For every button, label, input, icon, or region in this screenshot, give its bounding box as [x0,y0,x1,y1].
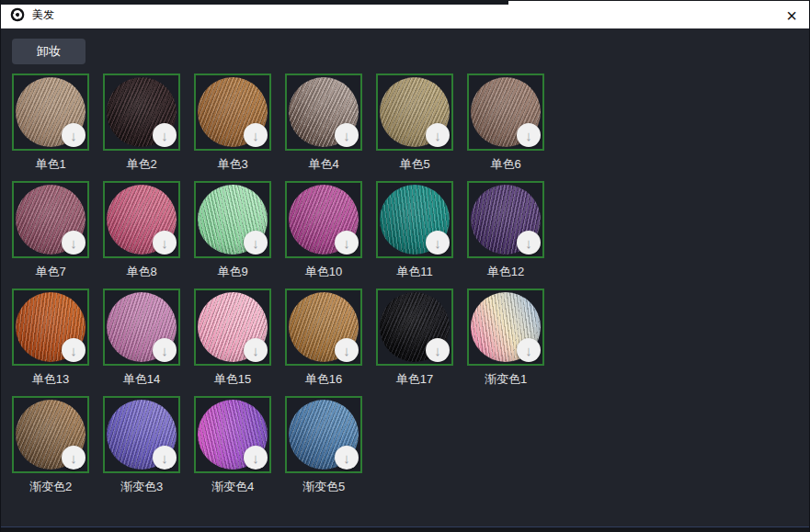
tile-label: 单色13 [12,371,89,387]
download-button[interactable]: ↓ [62,123,86,147]
download-button[interactable]: ↓ [335,338,359,362]
hair-style-cell: ↓ 单色11 [376,181,453,279]
remove-makeup-button[interactable]: 卸妆 [12,39,86,64]
download-button[interactable]: ↓ [335,231,359,255]
background-window-sliver-top [1,0,508,5]
hair-style-tile[interactable]: ↓ [103,289,180,366]
download-button[interactable]: ↓ [153,446,177,470]
download-icon: ↓ [525,129,532,142]
download-icon: ↓ [252,451,259,465]
hair-style-cell: ↓ 单色2 [103,74,180,172]
tile-label: 渐变色1 [467,371,544,387]
download-button[interactable]: ↓ [244,338,268,362]
tile-label: 单色8 [103,264,180,279]
tile-label: 单色9 [194,264,271,279]
download-button[interactable]: ↓ [517,231,541,255]
hair-style-tile[interactable]: ↓ [467,181,544,258]
download-button[interactable]: ↓ [62,446,86,470]
download-icon: ↓ [252,129,259,142]
download-icon: ↓ [252,236,259,250]
download-button[interactable]: ↓ [426,123,450,147]
obs-logo-icon [10,7,25,22]
tile-label: 单色5 [376,156,453,172]
hair-style-tile[interactable]: ↓ [285,74,362,151]
hair-style-cell: ↓ 单色9 [194,181,271,279]
tile-label: 单色14 [103,371,180,387]
tile-label: 渐变色4 [194,479,271,494]
tile-label: 单色15 [194,371,271,387]
download-button[interactable]: ↓ [517,338,541,362]
download-button[interactable]: ↓ [62,338,86,362]
hair-style-cell: ↓ 单色6 [467,74,544,172]
background-window-sliver-bottom [1,526,809,532]
hair-style-cell: ↓ 渐变色3 [103,396,180,494]
tile-label: 单色4 [285,156,362,172]
hair-style-tile[interactable]: ↓ [285,181,362,258]
hair-style-tile[interactable]: ↓ [12,74,89,151]
hair-style-grid: ↓ 单色1 ↓ 单色2 ↓ 单色3 ↓ 单色4 [12,74,564,504]
hair-style-cell: ↓ 渐变色2 [12,396,89,494]
hair-dialog-window: 美发 × 卸妆 ↓ 单色1 ↓ 单色2 ↓ [0,0,810,532]
download-button[interactable]: ↓ [244,231,268,255]
hair-style-tile[interactable]: ↓ [285,289,362,366]
hair-style-tile[interactable]: ↓ [194,396,271,473]
download-button[interactable]: ↓ [153,123,177,147]
tile-label: 单色12 [467,264,544,279]
hair-style-tile[interactable]: ↓ [103,396,180,473]
download-button[interactable]: ↓ [244,123,268,147]
tile-label: 单色1 [12,156,89,172]
download-icon: ↓ [343,344,350,357]
hair-style-tile[interactable]: ↓ [103,181,180,258]
download-button[interactable]: ↓ [426,231,450,255]
close-button[interactable]: × [778,3,805,28]
download-button[interactable]: ↓ [62,231,86,255]
download-button[interactable]: ↓ [244,446,268,470]
hair-style-tile[interactable]: ↓ [376,181,453,258]
hair-style-tile[interactable]: ↓ [285,396,362,473]
hair-style-cell: ↓ 单色5 [376,74,453,172]
download-button[interactable]: ↓ [153,231,177,255]
tile-label: 单色2 [103,156,180,172]
hair-style-cell: ↓ 渐变色5 [285,396,362,494]
tile-label: 渐变色5 [285,479,362,494]
hair-style-tile[interactable]: ↓ [12,181,89,258]
download-icon: ↓ [161,236,168,250]
hair-style-cell: ↓ 单色14 [103,289,180,387]
hair-style-cell: ↓ 单色1 [12,74,89,172]
download-button[interactable]: ↓ [517,123,541,147]
hair-style-cell: ↓ 单色15 [194,289,271,387]
tile-label: 渐变色2 [12,479,89,494]
tile-label: 单色6 [467,156,544,172]
download-icon: ↓ [161,129,168,142]
hair-style-cell: ↓ 单色16 [285,289,362,387]
hair-style-tile[interactable]: ↓ [194,74,271,151]
hair-style-tile[interactable]: ↓ [194,289,271,366]
download-icon: ↓ [70,344,77,357]
tile-label: 单色16 [285,371,362,387]
hair-style-tile[interactable]: ↓ [194,181,271,258]
download-icon: ↓ [434,129,441,142]
hair-style-tile[interactable]: ↓ [467,289,544,366]
download-icon: ↓ [70,451,77,465]
hair-style-tile[interactable]: ↓ [103,74,180,151]
hair-style-tile[interactable]: ↓ [376,74,453,151]
download-icon: ↓ [343,129,350,142]
tile-label: 单色10 [285,264,362,279]
hair-style-tile[interactable]: ↓ [376,289,453,366]
download-button[interactable]: ↓ [426,338,450,362]
download-button[interactable]: ↓ [335,123,359,147]
download-button[interactable]: ↓ [335,446,359,470]
hair-style-tile[interactable]: ↓ [12,289,89,366]
download-icon: ↓ [161,344,168,357]
download-icon: ↓ [343,451,350,465]
download-icon: ↓ [161,451,168,465]
hair-style-tile[interactable]: ↓ [12,396,89,473]
download-icon: ↓ [252,344,259,357]
tile-label: 单色3 [194,156,271,172]
hair-style-cell: ↓ 单色12 [467,181,544,279]
download-button[interactable]: ↓ [153,338,177,362]
hair-style-cell: ↓ 渐变色4 [194,396,271,494]
download-icon: ↓ [525,236,532,250]
hair-style-tile[interactable]: ↓ [467,74,544,151]
hair-style-cell: ↓ 单色3 [194,74,271,172]
